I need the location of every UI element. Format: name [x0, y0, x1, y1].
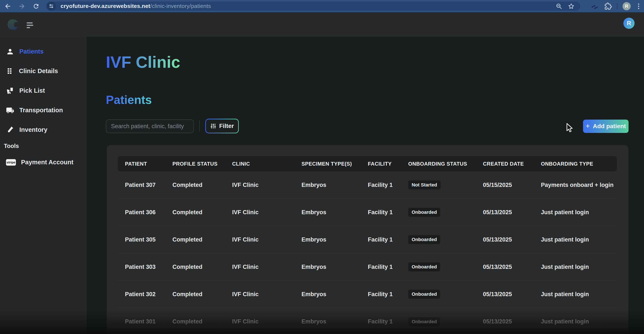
- back-arrow-icon: [4, 3, 12, 10]
- browser-reload-button[interactable]: [31, 1, 41, 12]
- forklift-icon: [6, 87, 14, 95]
- url-domain: cryofuture-dev.azurewebsites.net: [60, 3, 150, 9]
- table-header-row: PATIENT PROFILE STATUS CLINIC SPECIMEN T…: [118, 156, 617, 172]
- cell-specimen: Embryos: [302, 182, 368, 188]
- sidebar-item-transportation[interactable]: Transportation: [0, 100, 86, 120]
- cell-profile-status: Completed: [172, 182, 232, 188]
- status-badge: Onboarded: [408, 317, 440, 326]
- cell-facility: Facility 1: [368, 209, 408, 216]
- table-row[interactable]: Patient 306 Completed IVF Clinic Embryos…: [118, 199, 617, 226]
- mouse-cursor: [566, 123, 575, 133]
- cell-patient: Patient 301: [125, 318, 172, 325]
- cell-specimen: Embryos: [302, 236, 368, 243]
- browser-profile-avatar[interactable]: R: [622, 2, 631, 10]
- menu-toggle-button[interactable]: [27, 22, 34, 28]
- filter-button[interactable]: Filter: [205, 119, 239, 133]
- cell-clinic: IVF Clinic: [232, 182, 302, 188]
- user-avatar[interactable]: R: [624, 18, 634, 29]
- cell-patient: Patient 302: [125, 291, 172, 298]
- plus-icon: +: [586, 122, 590, 130]
- grid-icon: [6, 67, 14, 75]
- browser-back-button[interactable]: [2, 1, 13, 12]
- cell-onboarding-type: Just patient login: [541, 264, 617, 270]
- column-header: ONBOARDING STATUS: [408, 161, 483, 167]
- cell-onboarding-type: Just patient login: [541, 291, 617, 298]
- table-row[interactable]: Patient 302 Completed IVF Clinic Embryos…: [118, 281, 617, 308]
- cell-clinic: IVF Clinic: [232, 291, 302, 298]
- menu-bar: [27, 27, 30, 28]
- add-patient-button[interactable]: + Add patient: [583, 120, 628, 133]
- cell-profile-status: Completed: [172, 209, 232, 216]
- test-tube-icon: [6, 126, 14, 134]
- cell-specimen: Embryos: [302, 291, 368, 298]
- menu-bar: [27, 22, 33, 24]
- cell-facility: Facility 1: [368, 291, 408, 298]
- site-settings-button[interactable]: [46, 2, 56, 11]
- zoom-out-icon[interactable]: [556, 3, 562, 10]
- cell-onboarding-type: Just patient login: [541, 209, 617, 216]
- status-badge: Onboarded: [408, 262, 440, 271]
- app-header: R: [0, 12, 644, 37]
- sidebar-item-payment-account[interactable]: stripe Payment Account: [0, 152, 86, 172]
- browser-forward-button[interactable]: [17, 1, 27, 12]
- toolbar-divider: [617, 3, 617, 10]
- app-logo[interactable]: [7, 18, 19, 31]
- cell-specimen: Embryos: [302, 318, 368, 325]
- sidebar-item-clinic-details[interactable]: Clinic Details: [0, 61, 86, 81]
- cell-clinic: IVF Clinic: [232, 236, 302, 243]
- cell-patient: Patient 307: [125, 182, 172, 188]
- table-row[interactable]: Patient 303 Completed IVF Clinic Embryos…: [118, 253, 617, 281]
- cell-profile-status: Completed: [172, 291, 232, 298]
- browser-toolbar: cryofuture-dev.azurewebsites.net/clinic-…: [0, 0, 644, 12]
- cell-created-date: 05/13/2025: [483, 318, 541, 325]
- cell-facility: Facility 1: [368, 236, 408, 243]
- cell-patient: Patient 305: [125, 236, 172, 243]
- cell-onboarding-type: Just patient login: [541, 236, 617, 243]
- url-text: cryofuture-dev.azurewebsites.net/clinic-…: [60, 3, 211, 10]
- cell-created-date: 05/13/2025: [483, 236, 541, 243]
- page-title: Patients: [106, 93, 152, 107]
- table-row[interactable]: Patient 301 Completed IVF Clinic Embryos…: [118, 308, 617, 334]
- sidebar-item-pick-list[interactable]: Pick List: [0, 81, 86, 100]
- column-header: PROFILE STATUS: [172, 161, 232, 167]
- cell-profile-status: Completed: [172, 318, 232, 325]
- clinic-title: IVF Clinic: [106, 53, 180, 71]
- table-row[interactable]: Patient 305 Completed IVF Clinic Embryos…: [118, 226, 617, 253]
- sidebar-section-tools: Tools: [0, 139, 86, 152]
- main-content: IVF Clinic Patients Filter + Add patient: [87, 37, 644, 334]
- cell-clinic: IVF Clinic: [232, 209, 302, 216]
- cell-created-date: 05/13/2025: [483, 209, 541, 216]
- cell-created-date: 05/13/2025: [483, 291, 541, 298]
- column-header: CREATED DATE: [483, 161, 541, 167]
- sidebar-item-patients[interactable]: Patients: [0, 42, 86, 61]
- cell-specimen: Embryos: [302, 264, 368, 270]
- cell-created-date: 05/15/2025: [483, 182, 541, 188]
- sidebar-item-inventory[interactable]: Inventory: [0, 120, 86, 139]
- status-badge: Not Started: [408, 181, 441, 190]
- extensions-puzzle-icon[interactable]: [604, 3, 612, 10]
- cell-patient: Patient 303: [125, 264, 172, 270]
- sidebar-item-label: Transportation: [19, 107, 63, 114]
- filter-label: Filter: [219, 123, 234, 129]
- cell-facility: Facility 1: [368, 264, 408, 270]
- filter-sliders-icon: [210, 123, 216, 129]
- tune-icon: [48, 4, 54, 9]
- cell-patient: Patient 306: [125, 209, 172, 216]
- cell-onboarding-type: Just patient login: [541, 318, 617, 325]
- column-header: CLINIC: [232, 161, 302, 167]
- address-bar[interactable]: cryofuture-dev.azurewebsites.net/clinic-…: [46, 2, 580, 11]
- patients-table-card: PATIENT PROFILE STATUS CLINIC SPECIMEN T…: [107, 145, 628, 334]
- table-row[interactable]: Patient 307 Completed IVF Clinic Embryos…: [118, 172, 617, 199]
- status-badge: Onboarded: [408, 208, 440, 217]
- sidebar-item-label: Clinic Details: [19, 68, 58, 75]
- add-patient-label: Add patient: [593, 123, 626, 130]
- search-box: [106, 119, 194, 133]
- search-input[interactable]: [106, 123, 189, 130]
- cell-facility: Facility 1: [368, 318, 408, 325]
- stripe-icon: stripe: [6, 159, 16, 165]
- menu-bar: [27, 25, 33, 26]
- bookmark-star-icon[interactable]: [568, 3, 575, 10]
- cell-facility: Facility 1: [368, 182, 408, 188]
- wave-extension-icon[interactable]: [591, 3, 599, 10]
- browser-menu-icon[interactable]: [636, 3, 642, 10]
